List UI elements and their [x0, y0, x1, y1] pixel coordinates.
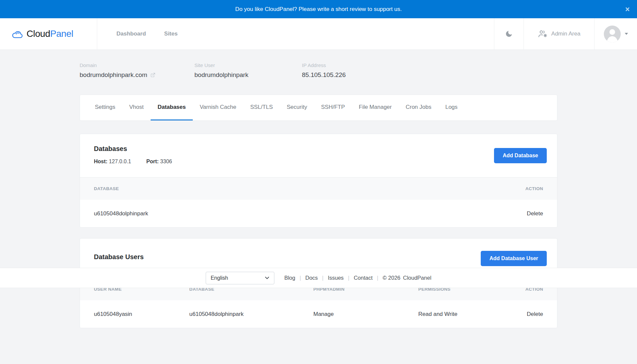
tab-file-manager[interactable]: File Manager	[352, 95, 399, 120]
databases-title: Databases	[94, 145, 543, 153]
domain-info: Domain bodrumdolphinpark.com	[80, 62, 194, 79]
port-label: Port:	[146, 159, 159, 164]
phpmyadmin-manage-link[interactable]: Manage	[299, 311, 404, 318]
cloudpanel-logo[interactable]: CloudPanel	[0, 18, 97, 49]
tab-settings[interactable]: Settings	[88, 95, 122, 120]
moon-icon	[505, 30, 513, 38]
site-info-bar: Domain bodrumdolphinpark.com Site User b…	[80, 50, 557, 79]
user-menu[interactable]	[594, 18, 637, 49]
user-name-cell: u6105048yasin	[80, 311, 176, 318]
domain-label: Domain	[80, 62, 194, 68]
port-value: 3306	[160, 159, 172, 164]
language-select[interactable]: English	[206, 272, 274, 284]
app-header: CloudPanel Dashboard Sites	[0, 18, 637, 50]
logo-cloud-text: Cloud	[27, 29, 50, 39]
footer-link-contact[interactable]: Contact	[354, 275, 373, 281]
tab-cron-jobs[interactable]: Cron Jobs	[399, 95, 438, 120]
databases-table-header: DATABASE ACTION	[80, 177, 557, 200]
tab-logs[interactable]: Logs	[438, 95, 464, 120]
language-selected-value: English	[211, 275, 228, 281]
databases-card: Databases Host: 127.0.0.1 Port: 3306 Add…	[80, 134, 557, 228]
chevron-down-icon	[625, 33, 628, 35]
footer-separator: |	[377, 275, 378, 281]
footer-link-blog[interactable]: Blog	[284, 275, 295, 281]
site-user-value: bodrumdolphinpark	[194, 71, 248, 79]
col-action: ACTION	[484, 186, 557, 191]
permissions-cell: Read and Write	[404, 311, 509, 318]
delete-database-user-link[interactable]: Delete	[509, 311, 557, 318]
tab-ssl-tls[interactable]: SSL/TLS	[243, 95, 280, 120]
user-database-cell: u6105048dolphinpark	[176, 311, 300, 318]
main-nav: Dashboard Sites	[97, 18, 177, 49]
table-row: u6105048yasin u6105048dolphinpark Manage…	[80, 300, 557, 328]
users-gear-icon	[538, 30, 548, 38]
copyright: © 2026 CloudPanel	[383, 275, 431, 281]
footer-separator: |	[300, 275, 301, 281]
admin-area-button[interactable]: Admin Area	[524, 18, 594, 49]
delete-database-link[interactable]: Delete	[484, 210, 557, 217]
review-banner: Do you like CloudPanel? Please write a s…	[0, 0, 637, 18]
ip-label: IP Address	[302, 62, 346, 68]
ip-value: 85.105.105.226	[302, 71, 346, 79]
tab-varnish-cache[interactable]: Varnish Cache	[193, 95, 243, 120]
logo-panel-text: Panel	[50, 29, 73, 39]
table-row: u6105048dolphinpark Delete	[80, 200, 557, 227]
tab-security[interactable]: Security	[280, 95, 314, 120]
cloud-icon	[12, 30, 23, 38]
site-user-info: Site User bodrumdolphinpark	[194, 62, 302, 79]
footer-link-docs[interactable]: Docs	[305, 275, 318, 281]
close-icon[interactable]: ×	[625, 5, 630, 13]
domain-value: bodrumdolphinpark.com	[80, 71, 147, 79]
site-tabs: Settings Vhost Databases Varnish Cache S…	[80, 95, 557, 121]
avatar-head-shape	[609, 29, 615, 35]
footer-link-issues[interactable]: Issues	[328, 275, 344, 281]
database-name-cell: u6105048dolphinpark	[80, 210, 484, 217]
copyright-brand: CloudPanel	[403, 275, 431, 281]
database-users-title: Database Users	[94, 253, 543, 261]
ip-info: IP Address 85.105.105.226	[302, 62, 346, 79]
avatar	[604, 26, 621, 42]
host-value: 127.0.0.1	[109, 159, 131, 164]
footer-links: Blog | Docs | Issues | Contact | © 2026 …	[284, 275, 431, 281]
col-database: DATABASE	[80, 186, 484, 191]
review-banner-message: Do you like CloudPanel? Please write a s…	[235, 6, 402, 13]
external-link-icon[interactable]	[150, 72, 156, 78]
header-right-controls: Admin Area	[494, 18, 637, 49]
host-label: Host:	[94, 159, 107, 164]
nav-sites[interactable]: Sites	[164, 31, 178, 37]
dark-mode-toggle[interactable]	[494, 18, 524, 49]
tab-ssh-ftp[interactable]: SSH/FTP	[314, 95, 352, 120]
nav-dashboard[interactable]: Dashboard	[116, 31, 146, 37]
add-database-button[interactable]: Add Database	[494, 148, 547, 163]
avatar-body-shape	[607, 36, 618, 42]
admin-area-label: Admin Area	[551, 31, 581, 37]
footer-separator: |	[322, 275, 323, 281]
copyright-year: © 2026	[383, 275, 400, 281]
logo-wordmark: CloudPanel	[27, 29, 73, 39]
footer-separator: |	[348, 275, 349, 281]
chevron-down-icon	[265, 276, 269, 279]
site-user-label: Site User	[194, 62, 302, 68]
app-footer: English Blog | Docs | Issues | Contact |…	[0, 268, 637, 288]
tab-databases[interactable]: Databases	[151, 95, 193, 120]
tab-vhost[interactable]: Vhost	[122, 95, 150, 120]
add-database-user-button[interactable]: Add Database User	[481, 251, 547, 266]
